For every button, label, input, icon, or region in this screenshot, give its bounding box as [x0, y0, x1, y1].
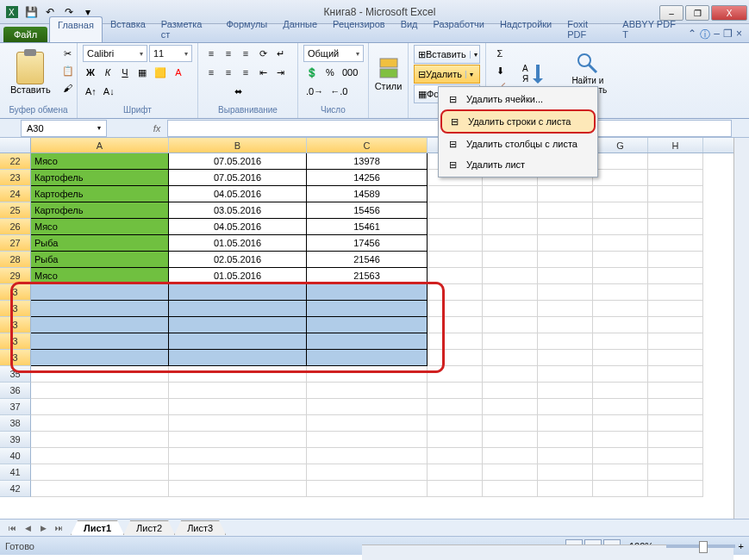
cell-D34[interactable]	[428, 350, 483, 366]
cell-F31[interactable]	[538, 301, 593, 317]
cell-B36[interactable]	[169, 383, 307, 399]
row-header-42[interactable]: 42	[0, 481, 31, 497]
cell-F42[interactable]	[538, 481, 593, 497]
cell-B31[interactable]	[169, 301, 307, 317]
cell-B26[interactable]: 04.05.2016	[169, 219, 307, 235]
cell-B29[interactable]: 01.05.2016	[169, 268, 307, 284]
cell-A39[interactable]	[31, 432, 169, 448]
align-center-button[interactable]: ≡	[221, 64, 236, 81]
sheet-first-button[interactable]: ⏮	[5, 521, 19, 535]
cell-C33[interactable]	[307, 333, 428, 350]
cell-G40[interactable]	[593, 448, 648, 464]
cell-F25[interactable]	[538, 202, 593, 219]
cell-E31[interactable]	[483, 301, 538, 317]
cell-D40[interactable]	[428, 448, 483, 464]
cell-G41[interactable]	[593, 464, 648, 481]
cell-H41[interactable]	[648, 464, 703, 481]
cell-D30[interactable]	[428, 284, 483, 301]
cell-E30[interactable]	[483, 284, 538, 301]
cell-E29[interactable]	[483, 268, 538, 284]
cell-B25[interactable]: 03.05.2016	[169, 202, 307, 219]
font-size-combo[interactable]: 11	[149, 45, 192, 62]
cell-F28[interactable]	[538, 252, 593, 268]
cell-F29[interactable]	[538, 268, 593, 284]
row-header-24[interactable]: 24	[0, 186, 31, 202]
cell-C37[interactable]	[307, 399, 428, 415]
cell-B38[interactable]	[169, 415, 307, 432]
row-header-26[interactable]: 26	[0, 219, 31, 235]
cell-A40[interactable]	[31, 448, 169, 464]
cell-F34[interactable]	[538, 350, 593, 366]
cell-C27[interactable]: 17456	[307, 235, 428, 252]
cell-D31[interactable]	[428, 301, 483, 317]
cell-A27[interactable]: Рыба	[31, 235, 169, 252]
cell-D36[interactable]	[428, 383, 483, 399]
cell-A38[interactable]	[31, 415, 169, 432]
cell-B33[interactable]	[169, 333, 307, 350]
name-box[interactable]: A30	[21, 120, 107, 137]
cell-B37[interactable]	[169, 399, 307, 415]
ribbon-tab-0[interactable]: Главная	[49, 16, 103, 42]
close-button[interactable]: X	[711, 5, 747, 21]
bold-button[interactable]: Ж	[83, 64, 98, 81]
cell-A31[interactable]	[31, 301, 169, 317]
cell-G33[interactable]	[593, 333, 648, 350]
cell-H27[interactable]	[648, 235, 703, 252]
cell-A22[interactable]: Мясо	[31, 153, 169, 170]
border-button[interactable]: ▦	[134, 64, 150, 81]
cell-D26[interactable]	[428, 219, 483, 235]
cell-A41[interactable]	[31, 464, 169, 481]
dropdown-item-rows[interactable]: ⊟Удалить строки с листа	[440, 109, 596, 134]
cell-B41[interactable]	[169, 464, 307, 481]
cell-A23[interactable]: Картофель	[31, 170, 169, 186]
row-header-30[interactable]: 3	[0, 284, 31, 301]
sheet-prev-button[interactable]: ◀	[21, 521, 34, 535]
cell-D39[interactable]	[428, 432, 483, 448]
fill-color-button[interactable]: 🟨	[152, 64, 169, 81]
dropdown-item-cols[interactable]: ⊟Удалить столбцы с листа	[440, 134, 596, 154]
cell-E26[interactable]	[483, 219, 538, 235]
sheet-next-button[interactable]: ▶	[36, 521, 50, 535]
maximize-button[interactable]: ❐	[685, 5, 709, 21]
cell-C23[interactable]: 14256	[307, 170, 428, 186]
cell-F26[interactable]	[538, 219, 593, 235]
cell-A36[interactable]	[31, 383, 169, 399]
vertical-scrollbar[interactable]	[733, 138, 749, 519]
cell-D33[interactable]	[428, 333, 483, 350]
cell-A30[interactable]	[31, 284, 169, 301]
cell-A26[interactable]: Мясо	[31, 219, 169, 235]
cell-A25[interactable]: Картофель	[31, 202, 169, 219]
dropdown-item-sheet[interactable]: ⊟Удалить лист	[440, 154, 596, 175]
row-header-28[interactable]: 28	[0, 252, 31, 268]
cell-B24[interactable]: 04.05.2016	[169, 186, 307, 202]
cell-B22[interactable]: 07.05.2016	[169, 153, 307, 170]
cell-G24[interactable]	[593, 186, 648, 202]
sheet-last-button[interactable]: ⏭	[52, 521, 66, 535]
row-header-35[interactable]: 35	[0, 366, 31, 383]
delete-cells-button[interactable]: ⊟ Удалить▾	[414, 65, 480, 84]
cell-G32[interactable]	[593, 317, 648, 333]
cell-A29[interactable]: Мясо	[31, 268, 169, 284]
cell-C40[interactable]	[307, 448, 428, 464]
cell-E37[interactable]	[483, 399, 538, 415]
cell-D37[interactable]	[428, 399, 483, 415]
cell-A37[interactable]	[31, 399, 169, 415]
col-header-G[interactable]: G	[593, 138, 648, 152]
row-header-41[interactable]: 41	[0, 464, 31, 481]
wrap-text-button[interactable]: ↵	[272, 45, 288, 62]
underline-button[interactable]: Ч	[117, 64, 133, 81]
cell-C25[interactable]: 15456	[307, 202, 428, 219]
cell-A34[interactable]	[31, 350, 169, 366]
cell-G25[interactable]	[593, 202, 648, 219]
cell-C38[interactable]	[307, 415, 428, 432]
cell-D29[interactable]	[428, 268, 483, 284]
cell-E24[interactable]	[483, 186, 538, 202]
col-header-B[interactable]: B	[169, 138, 307, 152]
cell-G23[interactable]	[593, 170, 648, 186]
cell-E42[interactable]	[483, 481, 538, 497]
cell-H28[interactable]	[648, 252, 703, 268]
cell-D42[interactable]	[428, 481, 483, 497]
cell-H38[interactable]	[648, 415, 703, 432]
cell-H35[interactable]	[648, 366, 703, 383]
cell-E36[interactable]	[483, 383, 538, 399]
